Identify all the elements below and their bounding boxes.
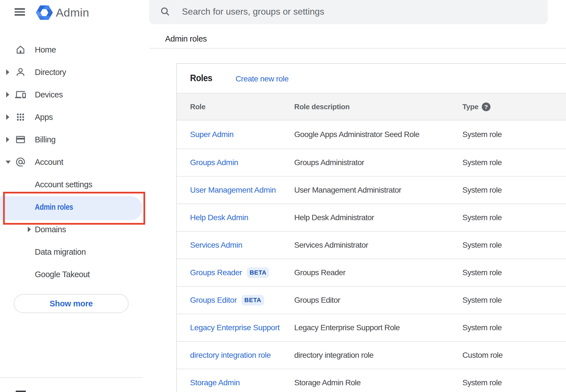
sidebar-item-label: Home bbox=[35, 45, 56, 54]
role-link[interactable]: Groups Reader bbox=[190, 268, 242, 277]
role-link[interactable]: directory integration role bbox=[190, 351, 271, 360]
expand-arrow-icon[interactable] bbox=[6, 69, 9, 75]
role-description-cell: Groups Administrator bbox=[294, 149, 364, 176]
role-description-cell: Help Desk Administrator bbox=[294, 204, 374, 231]
apps-icon bbox=[15, 112, 26, 122]
role-link[interactable]: Services Admin bbox=[190, 241, 242, 250]
hamburger-bar bbox=[15, 8, 25, 10]
expand-arrow-icon[interactable] bbox=[28, 227, 31, 232]
table-row: Legacy Enterprise Support Legacy Enterpr… bbox=[177, 314, 566, 342]
credit-card-icon bbox=[15, 134, 26, 145]
sidebar-item-label: Account settings bbox=[35, 180, 92, 189]
sidebar-item-devices[interactable]: Devices bbox=[0, 83, 149, 106]
role-description-cell: Legacy Enterprise Support Role bbox=[294, 314, 400, 341]
sidebar-item-label: Domains bbox=[35, 225, 66, 234]
google-admin-console: Admin Search for users, groups or settin… bbox=[0, 0, 566, 392]
sidebar-nav: Home Directory Devices Apps Billing bbox=[0, 38, 149, 286]
roles-card-title: Roles bbox=[190, 72, 212, 84]
sidebar-item-label: Directory bbox=[35, 68, 66, 77]
create-new-role-link[interactable]: Create new role bbox=[236, 73, 289, 85]
sidebar-item-label: Devices bbox=[35, 90, 63, 99]
hamburger-bar bbox=[15, 14, 25, 16]
column-header-role-description[interactable]: Role description bbox=[294, 94, 350, 120]
sidebar-item-label: Account bbox=[35, 158, 63, 167]
sidebar-item-account[interactable]: Account bbox=[0, 151, 149, 173]
role-type-cell: System role bbox=[462, 369, 502, 392]
expand-arrow-icon[interactable] bbox=[6, 137, 9, 142]
admin-hexagon-logo-icon bbox=[36, 5, 53, 20]
hamburger-bar bbox=[15, 11, 25, 13]
sidebar-item-billing[interactable]: Billing bbox=[0, 128, 149, 151]
admin-logo-text: Admin bbox=[56, 5, 89, 20]
role-link[interactable]: User Management Admin bbox=[190, 186, 276, 195]
admin-logo[interactable]: Admin bbox=[36, 5, 89, 20]
role-type-cell: System role bbox=[462, 259, 502, 286]
role-description-cell: Groups Reader bbox=[294, 259, 345, 286]
collapse-arrow-icon[interactable] bbox=[6, 161, 11, 164]
role-type-cell: System role bbox=[462, 149, 502, 176]
role-link[interactable]: Help Desk Admin bbox=[190, 213, 248, 222]
role-link[interactable]: Groups Editor bbox=[190, 296, 237, 305]
role-description-cell: Storage Admin Role bbox=[294, 369, 360, 392]
menu-hamburger-button[interactable] bbox=[15, 8, 25, 16]
role-type-cell: System role bbox=[462, 204, 502, 231]
card-top-border bbox=[176, 63, 566, 64]
sidebar-item-label: Apps bbox=[35, 113, 53, 122]
table-row: Groups Editor BETA Groups Editor System … bbox=[177, 287, 566, 314]
search-placeholder: Search for users, groups or settings bbox=[182, 6, 324, 17]
table-row: Super Admin Google Apps Administrator Se… bbox=[177, 120, 566, 149]
sidebar-item-directory[interactable]: Directory bbox=[0, 61, 149, 83]
sidebar-item-home[interactable]: Home bbox=[0, 38, 149, 61]
role-link[interactable]: Legacy Enterprise Support bbox=[190, 323, 280, 332]
at-icon bbox=[15, 157, 26, 167]
table-header-row: Role Role description Type ? bbox=[177, 93, 566, 120]
role-type-cell: System role bbox=[462, 314, 502, 341]
column-header-type[interactable]: Type bbox=[462, 94, 478, 120]
table-row: Storage Admin Storage Admin Role System … bbox=[177, 369, 566, 392]
devices-icon bbox=[15, 89, 26, 100]
person-icon bbox=[15, 67, 26, 78]
table-row: Help Desk Admin Help Desk Administrator … bbox=[177, 204, 566, 232]
bottom-partial-icon bbox=[16, 391, 26, 392]
table-row: Services Admin Services Administrator Sy… bbox=[177, 232, 566, 259]
show-more-button[interactable]: Show more bbox=[14, 294, 129, 313]
beta-badge: BETA bbox=[241, 295, 264, 306]
role-link[interactable]: Groups Admin bbox=[190, 158, 238, 167]
role-type-cell: System role bbox=[462, 287, 502, 314]
sidebar-item-domains[interactable]: Domains bbox=[0, 218, 149, 241]
beta-badge: BETA bbox=[247, 267, 269, 278]
role-type-cell: System role bbox=[462, 177, 502, 204]
role-description-cell: directory integration role bbox=[294, 342, 373, 369]
home-icon bbox=[15, 44, 26, 55]
column-header-role[interactable]: Role bbox=[190, 94, 206, 120]
role-description-cell: Groups Editor bbox=[294, 287, 340, 314]
search-icon bbox=[161, 7, 170, 16]
sidebar-item-label: Google Takeout bbox=[35, 270, 90, 279]
expand-arrow-icon[interactable] bbox=[6, 92, 9, 97]
sidebar-item-label: Data migration bbox=[35, 247, 86, 257]
sidebar-bottom-divider bbox=[0, 377, 143, 378]
table-row: Groups Admin Groups Administrator System… bbox=[177, 149, 566, 177]
expand-arrow-icon[interactable] bbox=[6, 114, 9, 120]
table-row: User Management Admin User Management Ad… bbox=[177, 177, 566, 204]
role-description-cell: Google Apps Administrator Seed Role bbox=[294, 120, 419, 149]
sidebar-item-google-takeout[interactable]: Google Takeout bbox=[0, 263, 149, 286]
sidebar-item-apps[interactable]: Apps bbox=[0, 106, 149, 128]
role-description-cell: User Management Administrator bbox=[294, 177, 401, 204]
sidebar-item-label: Billing bbox=[35, 135, 56, 144]
role-type-cell: System role bbox=[462, 120, 502, 149]
role-link[interactable]: Storage Admin bbox=[190, 378, 240, 387]
role-description-cell: Services Administrator bbox=[294, 232, 368, 259]
breadcrumb-divider bbox=[149, 48, 566, 49]
sidebar-item-account-settings[interactable]: Account settings bbox=[0, 173, 149, 196]
breadcrumb: Admin roles bbox=[165, 34, 207, 44]
role-type-cell: System role bbox=[462, 232, 502, 259]
sidebar-item-data-migration[interactable]: Data migration bbox=[0, 241, 149, 263]
role-link[interactable]: Super Admin bbox=[190, 130, 234, 139]
roles-table-body: Super Admin Google Apps Administrator Se… bbox=[177, 120, 566, 392]
role-type-cell: Custom role bbox=[462, 342, 503, 369]
table-row: directory integration role directory int… bbox=[177, 342, 566, 369]
question-mark-icon[interactable]: ? bbox=[482, 102, 490, 111]
sidebar-item-admin-roles[interactable]: Admin roles bbox=[0, 196, 149, 218]
table-row: Groups Reader BETA Groups Reader System … bbox=[177, 259, 566, 287]
